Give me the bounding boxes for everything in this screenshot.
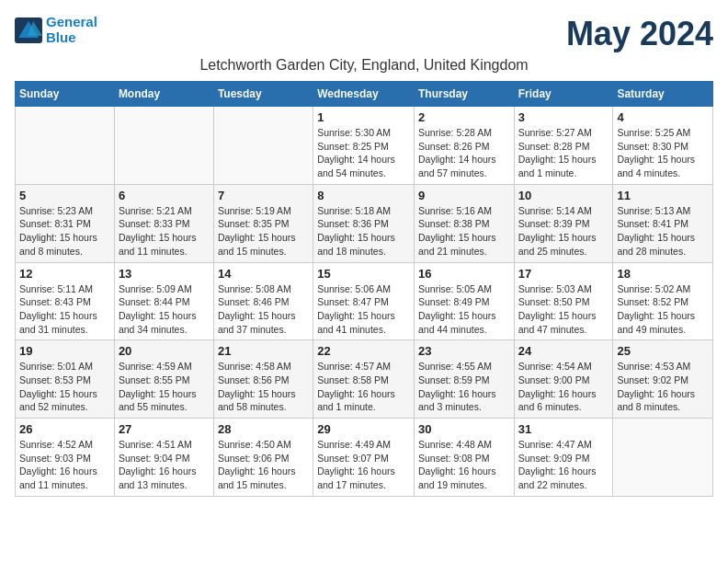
- calendar-day-cell: 9Sunrise: 5:16 AM Sunset: 8:38 PM Daylig…: [414, 184, 514, 262]
- day-info: Sunrise: 5:01 AM Sunset: 8:53 PM Dayligh…: [19, 360, 110, 414]
- calendar-day-cell: 3Sunrise: 5:27 AM Sunset: 8:28 PM Daylig…: [514, 107, 613, 185]
- day-number: 7: [218, 189, 309, 202]
- day-number: 2: [418, 110, 510, 124]
- calendar-day-cell: 4Sunrise: 5:25 AM Sunset: 8:30 PM Daylig…: [613, 107, 713, 185]
- day-info: Sunrise: 4:55 AM Sunset: 8:59 PM Dayligh…: [418, 360, 510, 414]
- calendar-day-cell: 2Sunrise: 5:28 AM Sunset: 8:26 PM Daylig…: [414, 107, 514, 185]
- calendar-day-cell: 17Sunrise: 5:03 AM Sunset: 8:50 PM Dayli…: [514, 262, 613, 340]
- weekday-header-cell: Friday: [514, 82, 613, 107]
- weekday-header-cell: Saturday: [613, 82, 713, 107]
- calendar-day-cell: 21Sunrise: 4:58 AM Sunset: 8:56 PM Dayli…: [213, 340, 313, 419]
- calendar-week-row: 12Sunrise: 5:11 AM Sunset: 8:43 PM Dayli…: [16, 262, 713, 340]
- calendar-day-cell: 18Sunrise: 5:02 AM Sunset: 8:52 PM Dayli…: [613, 262, 713, 340]
- calendar-day-cell: 31Sunrise: 4:47 AM Sunset: 9:09 PM Dayli…: [514, 419, 613, 497]
- day-number: 21: [218, 344, 309, 358]
- day-number: 8: [317, 189, 410, 202]
- day-info: Sunrise: 5:25 AM Sunset: 8:30 PM Dayligh…: [617, 126, 709, 180]
- weekday-header-cell: Wednesday: [313, 82, 415, 107]
- day-number: 15: [317, 267, 410, 281]
- day-number: 18: [617, 267, 709, 281]
- calendar-day-cell: 28Sunrise: 4:50 AM Sunset: 9:06 PM Dayli…: [213, 419, 313, 497]
- day-number: 11: [617, 189, 709, 202]
- calendar-day-cell: 20Sunrise: 4:59 AM Sunset: 8:55 PM Dayli…: [114, 340, 213, 419]
- logo-text: General Blue: [46, 15, 97, 45]
- day-info: Sunrise: 5:09 AM Sunset: 8:44 PM Dayligh…: [119, 282, 210, 337]
- weekday-header-cell: Tuesday: [213, 82, 313, 107]
- calendar-table: SundayMondayTuesdayWednesdayThursdayFrid…: [15, 81, 713, 497]
- logo-icon: [15, 17, 42, 43]
- day-number: 14: [218, 267, 309, 281]
- calendar-day-cell: [16, 107, 115, 185]
- day-info: Sunrise: 5:08 AM Sunset: 8:46 PM Dayligh…: [218, 282, 309, 337]
- day-info: Sunrise: 4:51 AM Sunset: 9:04 PM Dayligh…: [119, 438, 210, 492]
- day-info: Sunrise: 5:13 AM Sunset: 8:41 PM Dayligh…: [617, 204, 709, 259]
- weekday-header-row: SundayMondayTuesdayWednesdayThursdayFrid…: [16, 82, 713, 107]
- day-number: 17: [518, 267, 609, 281]
- day-number: 31: [518, 422, 609, 436]
- location-title: Letchworth Garden City, England, United …: [15, 57, 713, 74]
- day-number: 16: [418, 267, 510, 281]
- day-number: 5: [19, 189, 110, 202]
- day-info: Sunrise: 4:48 AM Sunset: 9:08 PM Dayligh…: [418, 438, 510, 492]
- calendar-day-cell: 1Sunrise: 5:30 AM Sunset: 8:25 PM Daylig…: [313, 107, 415, 185]
- calendar-day-cell: 26Sunrise: 4:52 AM Sunset: 9:03 PM Dayli…: [16, 419, 115, 497]
- day-number: 9: [418, 189, 510, 202]
- day-number: 29: [317, 422, 410, 436]
- calendar-day-cell: 24Sunrise: 4:54 AM Sunset: 9:00 PM Dayli…: [514, 340, 613, 419]
- day-number: 20: [119, 344, 210, 358]
- day-info: Sunrise: 4:58 AM Sunset: 8:56 PM Dayligh…: [218, 360, 309, 414]
- calendar-day-cell: 14Sunrise: 5:08 AM Sunset: 8:46 PM Dayli…: [213, 262, 313, 340]
- day-number: 23: [418, 344, 510, 358]
- calendar-day-cell: 12Sunrise: 5:11 AM Sunset: 8:43 PM Dayli…: [16, 262, 115, 340]
- day-number: 3: [518, 110, 609, 124]
- day-info: Sunrise: 4:57 AM Sunset: 8:58 PM Dayligh…: [317, 360, 410, 414]
- day-number: 24: [518, 344, 609, 358]
- calendar-day-cell: 15Sunrise: 5:06 AM Sunset: 8:47 PM Dayli…: [313, 262, 415, 340]
- calendar-day-cell: 11Sunrise: 5:13 AM Sunset: 8:41 PM Dayli…: [613, 184, 713, 262]
- day-info: Sunrise: 5:11 AM Sunset: 8:43 PM Dayligh…: [19, 282, 110, 337]
- calendar-day-cell: 7Sunrise: 5:19 AM Sunset: 8:35 PM Daylig…: [213, 184, 313, 262]
- day-number: 19: [19, 344, 110, 358]
- calendar-week-row: 26Sunrise: 4:52 AM Sunset: 9:03 PM Dayli…: [16, 419, 713, 497]
- day-number: 13: [119, 267, 210, 281]
- day-number: 10: [518, 189, 609, 202]
- calendar-day-cell: 5Sunrise: 5:23 AM Sunset: 8:31 PM Daylig…: [16, 184, 115, 262]
- day-info: Sunrise: 4:47 AM Sunset: 9:09 PM Dayligh…: [518, 438, 609, 492]
- calendar-day-cell: [613, 419, 713, 497]
- day-info: Sunrise: 4:53 AM Sunset: 9:02 PM Dayligh…: [617, 360, 709, 414]
- weekday-header-cell: Sunday: [16, 82, 115, 107]
- day-number: 26: [19, 422, 110, 436]
- day-number: 6: [119, 189, 210, 202]
- day-number: 30: [418, 422, 510, 436]
- calendar-body: 1Sunrise: 5:30 AM Sunset: 8:25 PM Daylig…: [16, 107, 713, 497]
- calendar-day-cell: 25Sunrise: 4:53 AM Sunset: 9:02 PM Dayli…: [613, 340, 713, 419]
- day-info: Sunrise: 5:14 AM Sunset: 8:39 PM Dayligh…: [518, 204, 609, 259]
- logo: General Blue: [15, 15, 97, 45]
- calendar-day-cell: [213, 107, 313, 185]
- calendar-day-cell: [114, 107, 213, 185]
- day-info: Sunrise: 5:28 AM Sunset: 8:26 PM Dayligh…: [418, 126, 510, 180]
- day-number: 27: [119, 422, 210, 436]
- day-number: 4: [617, 110, 709, 124]
- calendar-day-cell: 8Sunrise: 5:18 AM Sunset: 8:36 PM Daylig…: [313, 184, 415, 262]
- day-number: 12: [19, 267, 110, 281]
- calendar-day-cell: 6Sunrise: 5:21 AM Sunset: 8:33 PM Daylig…: [114, 184, 213, 262]
- calendar-week-row: 19Sunrise: 5:01 AM Sunset: 8:53 PM Dayli…: [16, 340, 713, 419]
- day-number: 22: [317, 344, 410, 358]
- day-info: Sunrise: 5:05 AM Sunset: 8:49 PM Dayligh…: [418, 282, 510, 337]
- calendar-week-row: 5Sunrise: 5:23 AM Sunset: 8:31 PM Daylig…: [16, 184, 713, 262]
- day-info: Sunrise: 5:21 AM Sunset: 8:33 PM Dayligh…: [119, 204, 210, 259]
- calendar-day-cell: 10Sunrise: 5:14 AM Sunset: 8:39 PM Dayli…: [514, 184, 613, 262]
- weekday-header-cell: Thursday: [414, 82, 514, 107]
- calendar-day-cell: 30Sunrise: 4:48 AM Sunset: 9:08 PM Dayli…: [414, 419, 514, 497]
- day-number: 28: [218, 422, 309, 436]
- calendar-day-cell: 19Sunrise: 5:01 AM Sunset: 8:53 PM Dayli…: [16, 340, 115, 419]
- day-info: Sunrise: 4:52 AM Sunset: 9:03 PM Dayligh…: [19, 438, 110, 492]
- calendar-day-cell: 29Sunrise: 4:49 AM Sunset: 9:07 PM Dayli…: [313, 419, 415, 497]
- day-info: Sunrise: 5:27 AM Sunset: 8:28 PM Dayligh…: [518, 126, 609, 180]
- calendar-day-cell: 16Sunrise: 5:05 AM Sunset: 8:49 PM Dayli…: [414, 262, 514, 340]
- day-info: Sunrise: 5:23 AM Sunset: 8:31 PM Dayligh…: [19, 204, 110, 259]
- day-info: Sunrise: 5:03 AM Sunset: 8:50 PM Dayligh…: [518, 282, 609, 337]
- calendar-day-cell: 22Sunrise: 4:57 AM Sunset: 8:58 PM Dayli…: [313, 340, 415, 419]
- day-info: Sunrise: 4:50 AM Sunset: 9:06 PM Dayligh…: [218, 438, 309, 492]
